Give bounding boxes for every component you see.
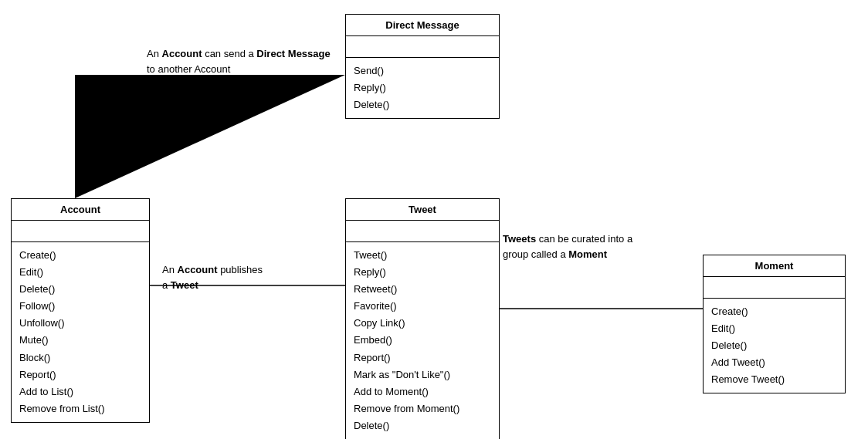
moment-methods: Create() Edit() Delete() Add Tweet() Rem… bbox=[704, 299, 845, 393]
moment-class: Moment Create() Edit() Delete() Add Twee… bbox=[703, 255, 846, 393]
direct-message-title: Direct Message bbox=[346, 15, 499, 36]
direct-message-class: Direct Message Send() Reply() Delete() bbox=[345, 14, 500, 119]
moment-attributes bbox=[704, 277, 845, 299]
annotation-account-dm: An Account can send a Direct Message to … bbox=[147, 46, 332, 76]
account-attributes bbox=[12, 221, 149, 242]
account-dm-line bbox=[75, 75, 345, 198]
account-methods: Create() Edit() Delete() Follow() Unfoll… bbox=[12, 242, 149, 422]
direct-message-methods: Send() Reply() Delete() bbox=[346, 58, 499, 118]
tweet-title: Tweet bbox=[346, 199, 499, 221]
annotation-account-tweet: An Account publishes a Tweet bbox=[162, 262, 270, 292]
direct-message-attributes bbox=[346, 36, 499, 58]
annotation-tweet-moment: Tweets can be curated into a group calle… bbox=[503, 231, 649, 262]
account-title: Account bbox=[12, 199, 149, 221]
diagram-container: Direct Message Send() Reply() Delete() A… bbox=[0, 0, 868, 439]
tweet-methods: Tweet() Reply() Retweet() Favorite() Cop… bbox=[346, 242, 499, 439]
account-class: Account Create() Edit() Delete() Follow(… bbox=[11, 198, 150, 423]
moment-title: Moment bbox=[704, 255, 845, 277]
tweet-attributes bbox=[346, 221, 499, 242]
tweet-class: Tweet Tweet() Reply() Retweet() Favorite… bbox=[345, 198, 500, 439]
